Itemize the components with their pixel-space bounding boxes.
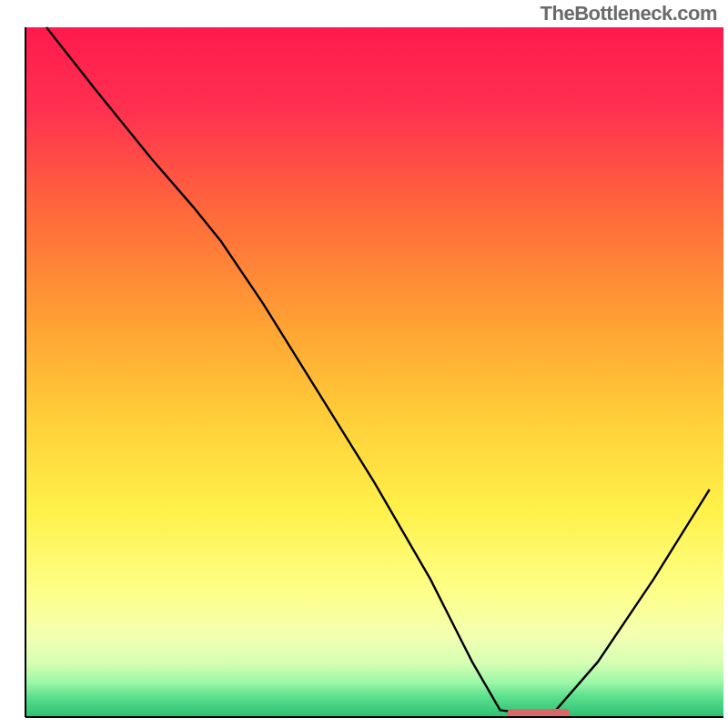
bottleneck-chart (0, 0, 728, 728)
chart-container: { "watermark": "TheBottleneck.com", "cha… (0, 0, 728, 728)
watermark-text: TheBottleneck.com (541, 2, 717, 25)
plot-area (25, 27, 723, 718)
